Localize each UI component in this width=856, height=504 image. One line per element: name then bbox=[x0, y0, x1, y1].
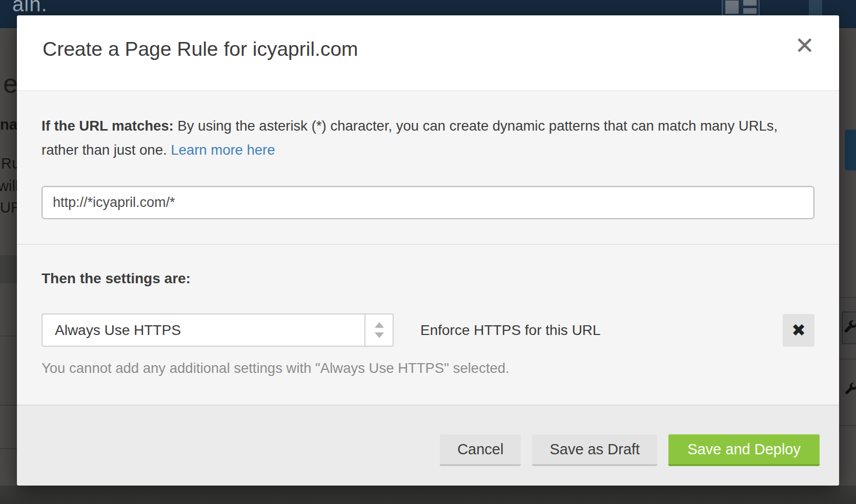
create-page-rule-modal: Create a Page Rule for icyapril.com ✕ If… bbox=[17, 15, 839, 486]
chevron-down-icon bbox=[375, 332, 384, 338]
settings-note: You cannot add any additional settings w… bbox=[42, 360, 814, 376]
background-row-divider bbox=[0, 335, 17, 337]
list-view-icon bbox=[743, 0, 757, 14]
setting-select-value: Always Use HTTPS bbox=[43, 314, 364, 346]
background-wrench-button bbox=[842, 311, 856, 344]
modal-title: Create a Page Rule for icyapril.com bbox=[43, 38, 358, 60]
background-row-divider bbox=[839, 359, 856, 360]
background-table-header bbox=[0, 255, 17, 283]
learn-more-link[interactable]: Learn more here bbox=[171, 142, 275, 158]
url-match-description: If the URL matches: By using the asteris… bbox=[42, 114, 814, 162]
background-text-fragment: nav bbox=[0, 116, 17, 133]
url-match-label: If the URL matches: bbox=[42, 118, 174, 134]
background-right-clipped-content bbox=[839, 28, 856, 486]
cancel-button[interactable]: Cancel bbox=[440, 434, 521, 466]
section-divider bbox=[17, 244, 839, 245]
modal-body: If the URL matches: By using the asteris… bbox=[17, 91, 839, 405]
background-row-divider bbox=[839, 425, 856, 426]
modal-header: Create a Page Rule for icyapril.com ✕ bbox=[17, 15, 839, 91]
wrench-icon bbox=[844, 383, 856, 397]
modal-footer: Cancel Save as Draft Save and Deploy bbox=[17, 405, 839, 486]
wrench-icon bbox=[843, 320, 856, 335]
save-and-deploy-button[interactable]: Save and Deploy bbox=[668, 434, 820, 466]
background-left-clipped-content: e nav Ru will UR bbox=[0, 28, 17, 486]
background-text-fragment: Ru bbox=[1, 155, 17, 172]
background-wrench-button bbox=[844, 383, 856, 399]
background-header-text-fragment: ain. bbox=[12, 0, 48, 16]
settings-heading: Then the settings are: bbox=[42, 270, 814, 287]
background-below-modal bbox=[0, 486, 856, 504]
background-header-icon bbox=[809, 0, 822, 16]
grid-view-icon bbox=[725, 1, 739, 14]
select-stepper[interactable] bbox=[364, 314, 393, 346]
background-text-fragment: will bbox=[0, 178, 17, 195]
background-blue-button-fragment bbox=[845, 130, 856, 171]
chevron-up-icon bbox=[375, 322, 384, 328]
close-icon[interactable]: ✕ bbox=[794, 34, 814, 57]
setting-row: Always Use HTTPS Enforce HTTPS for this … bbox=[42, 313, 814, 347]
background-text-fragment: UR bbox=[0, 199, 17, 216]
background-row-divider bbox=[0, 448, 17, 449]
background-row-divider bbox=[839, 297, 856, 298]
setting-select[interactable]: Always Use HTTPS bbox=[42, 313, 394, 347]
remove-setting-button[interactable]: ✖ bbox=[783, 314, 814, 347]
background-row-divider bbox=[0, 405, 17, 406]
background-text-fragment: e bbox=[3, 68, 17, 99]
url-pattern-input[interactable] bbox=[42, 186, 814, 219]
setting-description: Enforce HTTPS for this URL bbox=[420, 322, 601, 339]
save-as-draft-button[interactable]: Save as Draft bbox=[532, 434, 657, 466]
